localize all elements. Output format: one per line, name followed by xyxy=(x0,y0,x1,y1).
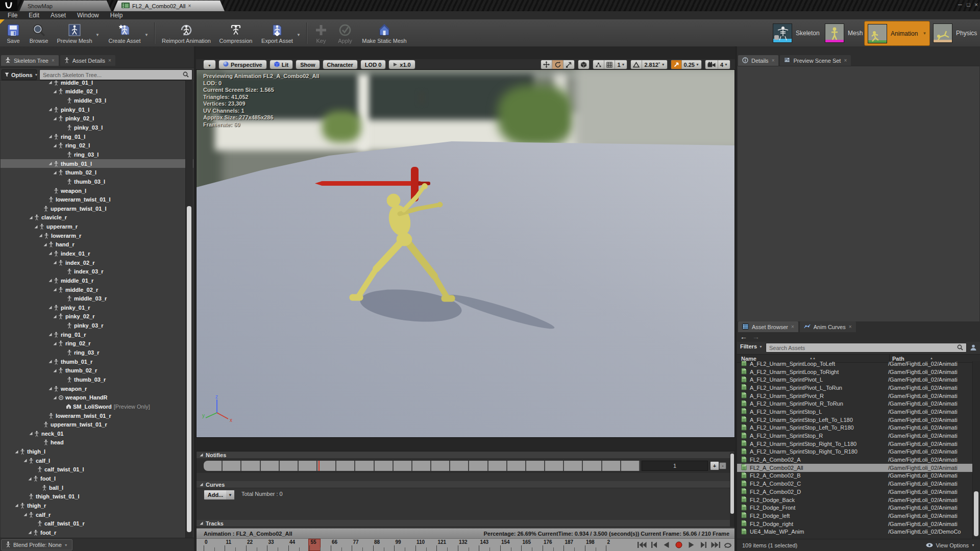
tab-skeleton-tree[interactable]: Skeleton Tree× xyxy=(1,55,59,66)
play-reverse-button[interactable] xyxy=(660,540,672,550)
bone-row-thumb_02_l[interactable]: thumb_02_l xyxy=(1,168,193,177)
expanded-arrow-icon[interactable] xyxy=(48,162,54,165)
compression-button[interactable]: Compression xyxy=(216,20,255,45)
expanded-arrow-icon[interactable] xyxy=(48,135,54,138)
mode-animation-button[interactable]: Animation▼ xyxy=(864,21,930,46)
bone-row-middle_01_r[interactable]: middle_01_r xyxy=(1,276,193,285)
close-icon[interactable]: × xyxy=(844,58,847,63)
maximize-button[interactable]: □ xyxy=(967,2,970,8)
expanded-arrow-icon[interactable] xyxy=(29,216,34,219)
chevron-down-icon[interactable]: ▼ xyxy=(144,33,149,37)
jump-to-start-button[interactable] xyxy=(636,540,648,550)
close-icon[interactable]: × xyxy=(52,58,55,63)
expanded-arrow-icon[interactable] xyxy=(48,306,54,309)
bone-row-thigh_twist_01_l[interactable]: thigh_twist_01_l xyxy=(1,492,193,501)
chevron-down-icon[interactable]: ▼ xyxy=(922,31,926,36)
asset-row-fl2_dodge_front[interactable]: FL2_Dodge_Front/Game/FightLoli_02/Animat… xyxy=(737,504,972,512)
bone-row-thumb_03_l[interactable]: thumb_03_l xyxy=(1,177,193,186)
bone-row-clavicle_r[interactable]: clavicle_r xyxy=(1,213,193,222)
asset-row-a_fl2_unarm_sprintstop_right_to_l180[interactable]: A_FL2_Unarm_SprintStop_Right_To_L180/Gam… xyxy=(737,440,972,448)
asset-list-scrollbar[interactable] xyxy=(972,361,980,539)
viewport-playback-speed-button[interactable]: x1.0 xyxy=(388,60,415,69)
expanded-arrow-icon[interactable] xyxy=(53,315,58,318)
curves-section-header[interactable]: Curves xyxy=(197,481,734,488)
notify-track[interactable] xyxy=(204,461,640,471)
bone-row-ball_l[interactable]: ball_l xyxy=(1,483,193,492)
record-button[interactable] xyxy=(673,540,684,550)
bone-row-lowerarm_twist_01_l[interactable]: lowerarm_twist_01_l xyxy=(1,195,193,204)
bone-row-calf_twist_01_r[interactable]: calf_twist_01_r xyxy=(1,519,193,528)
add-notify-track-button[interactable]: + xyxy=(710,461,719,470)
expanded-arrow-icon[interactable] xyxy=(48,108,54,111)
minimize-button[interactable]: ─ xyxy=(958,2,962,8)
bone-row-pinky_02_l[interactable]: pinky_02_l xyxy=(1,114,193,123)
grid-snap-value[interactable]: 1▼ xyxy=(615,60,627,69)
asset-row-a_fl2_unarm_sprintstop_r[interactable]: A_FL2_Unarm_SprintStop_R/Game/FightLoli_… xyxy=(737,432,972,440)
notifies-section-header[interactable]: Notifies xyxy=(197,452,734,459)
play-forward-button[interactable] xyxy=(685,540,697,550)
expanded-arrow-icon[interactable] xyxy=(53,342,58,345)
expanded-arrow-icon[interactable] xyxy=(28,477,33,481)
rotation-snap-value[interactable]: 2.812˚▼ xyxy=(642,60,667,69)
expanded-arrow-icon[interactable] xyxy=(34,225,39,229)
asset-row-a_fl2_unarm_sprintpivot_r[interactable]: A_FL2_Unarm_SprintPivot_R/Game/FightLoli… xyxy=(737,392,972,400)
bone-row-ring_02_r[interactable]: ring_02_r xyxy=(1,339,193,348)
reimport-animation-button[interactable]: Reimport Animation xyxy=(159,20,213,45)
preview-mesh-button[interactable]: Preview Mesh xyxy=(54,20,95,45)
bone-row-middle_03_r[interactable]: middle_03_r xyxy=(1,294,193,303)
asset-row-a_fl2_unarm_sprintstop_left_to_l180[interactable]: A_FL2_Unarm_SprintStop_Left_To_L180/Game… xyxy=(737,416,972,424)
tab-asset-details[interactable]: Asset Details× xyxy=(60,55,115,66)
bone-row-ring_03_l[interactable]: ring_03_l xyxy=(1,150,193,159)
bone-row-pinky_03_r[interactable]: pinky_03_r xyxy=(1,321,193,330)
scale-snap-value[interactable]: 0.25▼ xyxy=(681,60,701,69)
bone-row-thumb_01_r[interactable]: thumb_01_r xyxy=(1,357,193,366)
bone-row-foot_l[interactable]: foot_l xyxy=(1,474,193,483)
asset-row-a_fl2_unarm_sprintpivot_l[interactable]: A_FL2_Unarm_SprintPivot_L/Game/FightLoli… xyxy=(737,375,972,384)
document-tab-fl2_a_combo02_all[interactable]: FL2_A_Combo02_All× xyxy=(113,1,225,11)
viewport-show-button[interactable]: Show xyxy=(296,60,320,69)
scrollbar-thumb[interactable] xyxy=(187,206,191,532)
expanded-arrow-icon[interactable] xyxy=(23,513,29,516)
asset-row-a_fl2_unarm_sprintloop_toleft[interactable]: A_FL2_Unarm_SprintLoop_ToLeft/Game/Fight… xyxy=(737,361,972,368)
jump-to-end-button[interactable] xyxy=(709,540,721,550)
asset-row-fl2_a_combo02_all[interactable]: FL2_A_Combo02_All/Game/FightLoli_02/Anim… xyxy=(737,464,972,472)
asset-row-a_fl2_unarm_sprintstop_left_to_r180[interactable]: A_FL2_Unarm_SprintStop_Left_To_R180/Game… xyxy=(737,424,972,432)
bone-row-middle_03_l[interactable]: middle_03_l xyxy=(1,96,193,105)
tab-anim-curves[interactable]: Anim Curves× xyxy=(800,321,856,332)
bone-row-index_01_r[interactable]: index_01_r xyxy=(1,249,193,258)
bone-row-neck_01[interactable]: neck_01 xyxy=(1,429,193,438)
close-icon[interactable]: × xyxy=(772,58,775,63)
asset-row-fl2_dodge_back[interactable]: FL2_Dodge_Back/Game/FightLoli_02/Animati xyxy=(737,496,972,504)
bone-row-pinky_03_l[interactable]: pinky_03_l xyxy=(1,123,193,132)
asset-search-input[interactable]: Search Assets xyxy=(766,343,967,353)
expanded-arrow-icon[interactable] xyxy=(15,450,20,454)
scale-snap-toggle[interactable] xyxy=(671,60,681,69)
loop-button[interactable] xyxy=(722,540,733,550)
rotation-snap-toggle[interactable] xyxy=(631,60,642,69)
bone-row-calf_l[interactable]: calf_l xyxy=(1,456,193,465)
bone-row-upperarm_twist_01_r[interactable]: upperarm_twist_01_r xyxy=(1,420,193,429)
bone-row-thigh_l[interactable]: thigh_l xyxy=(1,447,193,456)
expanded-arrow-icon[interactable] xyxy=(23,459,29,462)
bone-row-sm_lolisword[interactable]: SM_LoliSword[Preview Only] xyxy=(1,402,193,411)
expanded-arrow-icon[interactable] xyxy=(48,279,54,282)
camera-speed-button[interactable] xyxy=(705,60,718,69)
step-forward-button[interactable] xyxy=(697,540,709,550)
close-button[interactable]: × xyxy=(975,2,978,8)
expanded-arrow-icon[interactable] xyxy=(53,369,58,372)
expanded-arrow-icon[interactable] xyxy=(15,504,20,507)
bone-row-thumb_01_l[interactable]: thumb_01_l xyxy=(1,159,193,168)
viewport-perspective-button[interactable]: Perspective xyxy=(218,60,267,69)
bone-row-lowerarm_r[interactable]: lowerarm_r xyxy=(1,231,193,240)
expanded-arrow-icon[interactable] xyxy=(29,432,34,435)
view-options-button[interactable]: View Options ▼ xyxy=(926,542,975,548)
viewport-character-button[interactable]: Character xyxy=(323,60,358,69)
asset-row-a_fl2_unarm_sprintstop_l[interactable]: A_FL2_Unarm_SprintStop_L/Game/FightLoli_… xyxy=(737,408,972,416)
filters-button[interactable]: Filters ▼ xyxy=(740,343,763,349)
asset-row-fl2_a_combo02_c[interactable]: FL2_A_Combo02_C/Game/FightLoli_02/Animat… xyxy=(737,480,972,488)
skeleton-tree-scrollbar[interactable] xyxy=(185,80,193,538)
bone-row-ring_01_r[interactable]: ring_01_r xyxy=(1,330,193,339)
mode-physics-button[interactable]: Physics xyxy=(930,21,980,45)
asset-row-fl2_dodge_right[interactable]: FL2_Dodge_right/Game/FightLoli_02/Animat… xyxy=(737,520,972,528)
asset-row-a_fl2_unarm_sprintloop_toright[interactable]: A_FL2_Unarm_SprintLoop_ToRight/Game/Figh… xyxy=(737,368,972,376)
